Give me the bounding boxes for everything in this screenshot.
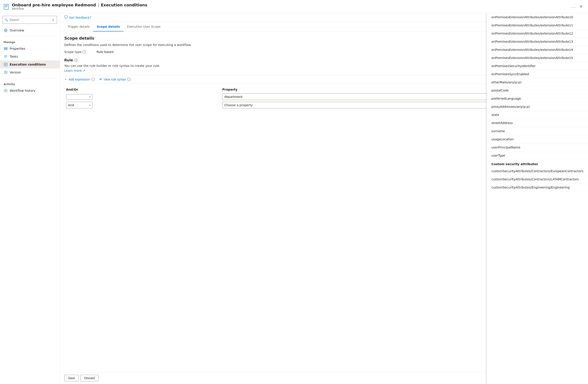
and-or-dropdown-2[interactable]: And ▾ <box>66 102 92 108</box>
properties-icon <box>3 46 8 51</box>
dropdown-list-item[interactable]: onPremisesSyncEnabled <box>487 70 588 78</box>
add-expression-info-icon[interactable]: i <box>91 78 95 81</box>
sidebar-item-properties[interactable]: Properties <box>0 45 60 53</box>
activity-section-header: Activity <box>0 80 60 87</box>
add-expression-button[interactable]: ＋ Add expression i <box>64 77 95 81</box>
more-options-button[interactable]: ... <box>569 3 578 10</box>
title-separator: | <box>98 3 99 7</box>
tab-execution-user-scope[interactable]: Execution User Scope <box>124 22 164 31</box>
version-icon <box>3 70 8 75</box>
sidebar-nav: Overview Manage Properties <box>0 26 60 381</box>
sidebar-divider <box>3 36 56 36</box>
svg-point-23 <box>5 90 6 91</box>
chevron-down-icon: ▾ <box>89 104 90 106</box>
sidebar: 🔍 « <box>0 13 60 384</box>
search-icon: 🔍 <box>5 18 8 21</box>
property-value-1: department <box>224 95 243 99</box>
chevron-down-icon: ▾ <box>89 96 90 98</box>
dropdown-list-item[interactable]: onPremisesExtensionAttributes/extensionA… <box>487 21 588 29</box>
dropdown-list-item[interactable]: userType <box>487 152 588 160</box>
sidebar-item-label: Properties <box>10 47 25 50</box>
close-button[interactable]: ✕ <box>578 3 585 10</box>
sidebar-item-overview[interactable]: Overview <box>0 26 60 34</box>
svg-rect-12 <box>4 49 7 50</box>
sidebar-item-version[interactable]: Version <box>0 68 60 76</box>
dropdown-list-item[interactable]: customSecurityAttributes/Contractors/LAT… <box>487 175 588 183</box>
workflow-name: Onboard pre-hire employee Redmond <box>12 3 96 7</box>
dropdown-list-item[interactable]: onPremisesSecurityIdentifier <box>487 62 588 70</box>
tab-scope-details[interactable]: Scope details <box>93 22 124 31</box>
dropdown-section-header: Custom security attributes <box>487 160 588 167</box>
save-button[interactable]: Save <box>64 375 79 381</box>
execution-conditions-icon <box>3 62 8 67</box>
dropdown-list-item[interactable]: customSecurityAttributes/Engineering/Eng… <box>487 183 588 192</box>
dropdown-list-item[interactable]: proxyAddresses/any(p:p) <box>487 103 588 111</box>
rule-info-icon[interactable]: i <box>74 59 78 62</box>
scope-type-value: Rule based <box>96 50 113 54</box>
dropdown-list: onPremisesExtensionAttributes/extensionA… <box>487 13 588 192</box>
tasks-icon <box>3 54 8 59</box>
overview-icon <box>3 28 8 33</box>
view-rule-syntax-info-icon[interactable]: i <box>127 78 131 81</box>
feedback-icon <box>64 15 68 20</box>
and-or-dropdown-1[interactable]: ▾ <box>66 94 92 100</box>
property-value-2: Choose a property <box>224 103 253 107</box>
and-or-value-2: And <box>68 103 74 107</box>
dropdown-list-item[interactable]: customSecurityAttributes/Contractors/Eur… <box>487 167 588 175</box>
discard-button[interactable]: Discard <box>81 375 98 381</box>
dropdown-list-item[interactable]: onPremisesExtensionAttributes/extensionA… <box>487 46 588 54</box>
external-link-icon: ↗ <box>83 69 85 72</box>
title-bar-left: Onboard pre-hire employee Redmond | Exec… <box>3 3 569 10</box>
sidebar-item-label: Workflow history <box>10 89 35 92</box>
sidebar-divider-2 <box>3 78 56 78</box>
collapse-sidebar-button[interactable]: « <box>51 17 55 22</box>
main-panel: Got feedback? Trigger details Scope deta… <box>60 13 588 384</box>
page-title: Onboard pre-hire employee Redmond | Exec… <box>12 3 147 7</box>
sidebar-item-tasks[interactable]: Tasks <box>0 53 60 61</box>
sidebar-item-execution-conditions[interactable]: Execution conditions <box>0 61 60 68</box>
search-box[interactable]: 🔍 « <box>3 16 57 24</box>
svg-rect-11 <box>4 48 7 49</box>
svg-rect-0 <box>4 4 8 9</box>
feedback-text[interactable]: Got feedback? <box>69 16 91 19</box>
dropdown-list-item[interactable]: onPremisesExtensionAttributes/extensionA… <box>487 54 588 62</box>
sidebar-item-workflow-history[interactable]: Workflow history <box>0 87 60 95</box>
sidebar-item-label: Version <box>10 71 21 74</box>
search-input[interactable] <box>9 18 50 21</box>
workflow-history-icon <box>3 88 8 93</box>
sidebar-item-label: Tasks <box>10 55 18 58</box>
page-subtitle: Execution conditions <box>101 3 147 7</box>
dropdown-list-item[interactable]: otherMails/any(p:p) <box>487 78 588 86</box>
workflow-icon <box>3 3 10 10</box>
manage-section-header: Manage <box>0 38 60 45</box>
dropdown-list-item[interactable]: onPremisesExtensionAttributes/extensionA… <box>487 29 588 38</box>
dropdown-list-item[interactable]: onPremisesExtensionAttributes/extensionA… <box>487 38 588 46</box>
sidebar-item-label: Overview <box>10 29 24 32</box>
svg-point-5 <box>5 30 6 31</box>
dropdown-list-item[interactable]: postalCode <box>487 86 588 95</box>
plus-icon: ＋ <box>64 77 67 81</box>
dropdown-list-item[interactable]: surname <box>487 127 588 135</box>
svg-rect-10 <box>4 47 7 48</box>
dropdown-list-item[interactable]: preferredLanguage <box>487 95 588 103</box>
property-dropdown-overlay: onPremisesExtensionAttributes/extensionA… <box>487 13 588 384</box>
dropdown-list-item[interactable]: usageLocation <box>487 135 588 143</box>
dropdown-list-item[interactable]: userPrincipalName <box>487 143 588 152</box>
main-content: 🔍 « <box>0 13 588 384</box>
title-bar: Onboard pre-hire employee Redmond | Exec… <box>0 0 588 13</box>
column-and-or: And/Or <box>64 86 220 93</box>
learn-more-link[interactable]: Learn more ↗ <box>64 69 85 72</box>
app-container: Onboard pre-hire employee Redmond | Exec… <box>0 0 588 384</box>
tab-trigger-details[interactable]: Trigger details <box>64 22 93 31</box>
scope-type-info-icon[interactable]: i <box>82 50 86 54</box>
view-rule-syntax-button[interactable]: 👁 View rule syntax i <box>99 78 131 81</box>
title-text-group: Onboard pre-hire employee Redmond | Exec… <box>12 3 147 10</box>
view-rule-syntax-icon: 👁 <box>99 78 102 81</box>
dropdown-list-item[interactable]: state <box>487 111 588 119</box>
rule-title: Rule <box>64 58 73 62</box>
dropdown-list-item[interactable]: streetAddress <box>487 119 588 127</box>
scope-type-label: Scope type i <box>64 50 86 54</box>
title-subtext: Workflow <box>12 7 147 10</box>
sidebar-item-label: Execution conditions <box>10 63 46 66</box>
dropdown-list-item[interactable]: onPremisesExtensionAttributes/extensionA… <box>487 13 588 21</box>
